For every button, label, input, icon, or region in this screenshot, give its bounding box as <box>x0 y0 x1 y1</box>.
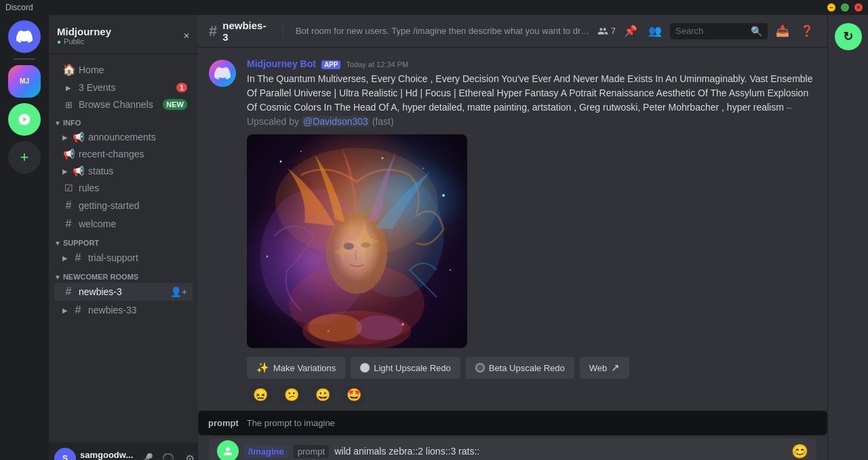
svg-point-20 <box>302 311 411 348</box>
channel-item-announcements[interactable]: ▶ 📢 announcements <box>54 129 193 145</box>
inbox-button[interactable]: 📥 <box>773 22 792 41</box>
user-info: samgoodw... #1598 <box>80 450 133 461</box>
beta-upscale-redo-button[interactable]: Beta Upscale Redo <box>466 357 574 379</box>
settings-button[interactable]: ⚙ <box>180 449 199 460</box>
svg-point-4 <box>275 148 438 256</box>
bot-tag: APP <box>321 60 341 69</box>
reaction-4[interactable]: 🤩 <box>340 384 368 406</box>
refresh-button[interactable]: ↻ <box>835 23 862 50</box>
user-avatar: S <box>54 448 76 460</box>
channel-item-rules[interactable]: ☑ rules <box>54 180 193 196</box>
message-text-input[interactable] <box>334 438 786 460</box>
web-label: Web <box>589 363 608 373</box>
newbies-33-expand: ▶ <box>62 307 68 314</box>
status-label: status <box>88 166 187 176</box>
member-count: 7 <box>597 26 616 37</box>
server-divider <box>14 58 35 60</box>
server-icon-discord[interactable] <box>8 20 41 53</box>
prompt-label: prompt <box>208 418 239 428</box>
message-author: Midjourney Bot <box>247 58 316 69</box>
message-header: Midjourney Bot APP Today at 12:34 PM <box>247 58 816 69</box>
title-bar-left: Discord <box>5 3 33 12</box>
svg-rect-1 <box>247 134 467 348</box>
web-button[interactable]: Web ↗ <box>580 357 630 379</box>
search-placeholder: Search <box>675 26 747 36</box>
channel-item-getting-started[interactable]: # getting-started <box>54 197 193 214</box>
make-variations-button[interactable]: ✨ Make Variations <box>247 357 345 379</box>
light-upscale-redo-button[interactable]: Light Upscale Redo <box>351 357 460 379</box>
svg-point-12 <box>300 151 302 152</box>
channel-header-name: newbies-3 <box>222 20 269 43</box>
prompt-description: The prompt to imagine <box>247 418 335 428</box>
mention-user[interactable]: @Davidson303 <box>302 116 370 127</box>
category-newcomer-rooms[interactable]: ▼ NEWCOMER ROOMS <box>49 267 198 282</box>
add-server-button[interactable]: + <box>8 141 41 174</box>
category-info[interactable]: ▼ INFO <box>49 113 198 128</box>
getting-started-label: getting-started <box>79 200 187 211</box>
svg-point-19 <box>401 323 404 326</box>
beta-upscale-label: Beta Upscale Redo <box>489 363 565 373</box>
announcements-icon: 📢 <box>72 132 84 142</box>
category-support[interactable]: ▼ SUPPORT <box>49 233 198 248</box>
user-controls[interactable]: 🎤 🎧 ⚙ <box>137 449 199 460</box>
svg-point-8 <box>326 212 387 294</box>
server-header-chevron: ✕ <box>183 31 190 41</box>
channel-item-welcome[interactable]: # welcome <box>54 215 193 233</box>
trial-support-expand: ▶ <box>62 254 68 262</box>
emoji-button[interactable]: 😊 <box>791 443 808 459</box>
channel-item-newbies-33[interactable]: ▶ # newbies-33 <box>54 301 193 319</box>
reaction-1[interactable]: 😖 <box>247 384 274 406</box>
reaction-3[interactable]: 😀 <box>309 384 336 406</box>
newbies-33-label: newbies-33 <box>88 305 187 315</box>
add-member-icon: 👤+ <box>170 286 187 297</box>
reaction-2[interactable]: 😕 <box>278 384 305 406</box>
prompt-tooltip: prompt The prompt to imagine <box>198 410 827 436</box>
newcomer-chevron: ▼ <box>54 273 61 281</box>
pin-button[interactable]: 📌 <box>621 22 640 41</box>
newbies-3-hash: # <box>62 286 75 298</box>
welcome-label: welcome <box>79 218 187 229</box>
server-header[interactable]: Midjourney ● Public ✕ <box>49 15 198 54</box>
image-attachment[interactable] <box>247 134 467 348</box>
mute-button[interactable]: 🎤 <box>137 449 156 460</box>
server-name: Midjourney <box>57 26 111 37</box>
user-panel: S samgoodw... #1598 🎤 🎧 ⚙ <box>49 442 198 460</box>
message-time: Today at 12:34 PM <box>346 60 408 69</box>
help-button[interactable]: ❓ <box>797 22 816 41</box>
search-bar[interactable]: Search 🔍 <box>670 23 768 39</box>
members-button[interactable]: 👥 <box>646 22 665 41</box>
home-label: Home <box>79 64 187 75</box>
channel-item-recent-changes[interactable]: 📢 recent-changes <box>54 146 193 162</box>
rules-icon: ☑ <box>62 183 75 193</box>
svg-point-11 <box>280 161 282 163</box>
svg-point-5 <box>260 189 369 324</box>
channel-item-browse[interactable]: ⊞ Browse Channels NEW <box>54 96 193 113</box>
channel-item-newbies-3[interactable]: # newbies-3 👤+ <box>54 283 193 301</box>
ai-generated-image[interactable] <box>247 134 467 348</box>
deafen-button[interactable]: 🎧 <box>159 449 178 460</box>
recent-changes-label: recent-changes <box>79 149 187 159</box>
main-content: # newbies-3 │ Bot room for new users. Ty… <box>198 15 827 460</box>
server-icon-midjourney[interactable]: MJ <box>8 65 41 98</box>
message-text: In The Quantum Multiverses, Every Choice… <box>247 72 816 129</box>
channel-item-events[interactable]: ▶ 3 Events 1 <box>54 79 193 96</box>
right-panel: ↻ <box>827 15 868 460</box>
slash-command[interactable]: /imagine <box>244 445 288 458</box>
support-chevron: ▼ <box>54 239 61 247</box>
channel-item-home[interactable]: 🏠 Home <box>54 60 193 79</box>
channel-item-status[interactable]: ▶ 📢 status <box>54 163 193 179</box>
channel-hash-icon: # <box>209 22 217 40</box>
title-bar: Discord − □ × <box>0 0 868 15</box>
server-icon-other[interactable] <box>8 103 41 136</box>
close-button[interactable]: × <box>854 3 863 12</box>
title-bar-controls[interactable]: − □ × <box>827 3 863 12</box>
status-expand: ▶ <box>62 168 68 175</box>
channel-item-trial-support[interactable]: ▶ # trial-support <box>54 249 193 267</box>
minimize-button[interactable]: − <box>827 3 835 12</box>
prompt-tag: prompt <box>294 445 329 458</box>
input-wrapper: /imagine prompt 😊 <box>209 438 816 460</box>
svg-point-7 <box>289 263 425 345</box>
svg-point-22 <box>355 315 403 340</box>
status-icon: 📢 <box>72 166 84 176</box>
maximize-button[interactable]: □ <box>841 3 849 12</box>
